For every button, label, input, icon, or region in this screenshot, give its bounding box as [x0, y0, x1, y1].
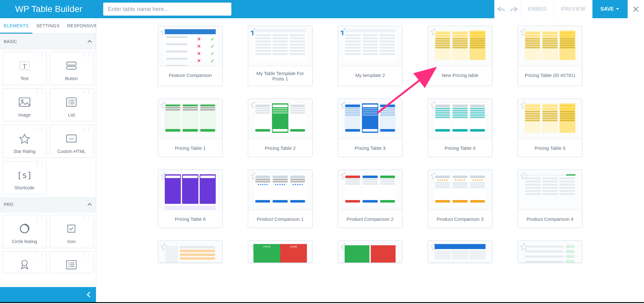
- template-card[interactable]: My template 2: [338, 26, 402, 86]
- template-thumbnail: [338, 99, 402, 139]
- drag-handle-icon: ⋮⋮: [82, 54, 91, 57]
- save-button[interactable]: SAVE: [592, 0, 628, 18]
- svg-point-7: [69, 100, 69, 101]
- template-label: Product Comparison 1: [248, 210, 312, 228]
- drag-handle-icon: ⋮⋮: [35, 163, 44, 166]
- template-card[interactable]: Pricing Table 1: [158, 99, 223, 157]
- shortcode-icon: [s]: [17, 168, 32, 182]
- template-thumbnail: ★★★★★★★★★★★★★★★: [428, 170, 492, 210]
- template-thumbnail: PROSCONS: [248, 241, 312, 263]
- drag-handle-icon: ⋮⋮: [82, 90, 91, 94]
- code-icon: </>: [64, 132, 79, 145]
- template-label: Product Comparison 2: [338, 210, 402, 228]
- svg-text:[s]: [s]: [17, 170, 32, 180]
- tab-elements[interactable]: ELEMENTS: [0, 18, 32, 34]
- template-label: Pricing Table 2: [248, 139, 312, 157]
- template-card[interactable]: Pricing Table 5: [518, 99, 582, 157]
- collapse-sidebar-button[interactable]: [0, 287, 96, 302]
- circle-rating-icon: [17, 222, 32, 235]
- template-card[interactable]: Pricing Table 4: [428, 99, 492, 157]
- element-text[interactable]: ⋮⋮ T Text: [3, 52, 47, 85]
- template-card[interactable]: [428, 241, 492, 263]
- template-card[interactable]: My Table Template For Posts 1: [248, 26, 313, 86]
- template-card[interactable]: PROSCONS: [248, 241, 313, 263]
- section-basic-header[interactable]: BASIC: [0, 34, 96, 49]
- svg-point-20: [69, 263, 69, 263]
- svg-rect-17: [68, 225, 75, 232]
- star-icon: [17, 132, 32, 145]
- template-label: Pricing Table 3: [338, 139, 402, 157]
- element-image[interactable]: ⋮⋮ Image: [3, 88, 47, 122]
- template-card[interactable]: Pricing Table 6: [158, 170, 223, 228]
- template-thumbnail: [518, 241, 582, 263]
- drag-handle-icon: ⋮⋮: [35, 54, 44, 57]
- template-label: Product Comparison 4: [518, 210, 582, 228]
- tab-settings[interactable]: SETTINGS: [32, 18, 63, 34]
- element-circle-rating[interactable]: ⋮⋮ Circle Rating: [3, 215, 47, 248]
- element-ribbon[interactable]: ⋮⋮: [3, 251, 47, 273]
- template-card[interactable]: New Pricing table: [428, 26, 492, 86]
- template-card[interactable]: Pricing Table (ID #2781): [518, 26, 582, 86]
- template-label: Pricing Table (ID #2781): [518, 66, 582, 84]
- svg-rect-2: [67, 62, 76, 65]
- element-label: Star Rating: [14, 149, 36, 154]
- element-label: List: [68, 112, 75, 117]
- svg-text:T: T: [22, 62, 26, 70]
- image-icon: [17, 95, 32, 109]
- template-card[interactable]: Pricing Table 3: [338, 99, 402, 157]
- embed-button[interactable]: EMBED: [521, 0, 554, 18]
- template-card[interactable]: [158, 241, 223, 263]
- element-label: Text: [20, 76, 29, 81]
- section-pro-label: PRO: [4, 202, 13, 207]
- close-button[interactable]: [628, 0, 644, 18]
- template-card[interactable]: ✕✓✕✓✕✓✕✓✕✓Feature Comparison: [158, 26, 223, 86]
- svg-point-11: [69, 103, 69, 104]
- chevron-up-icon: [87, 202, 92, 207]
- list-icon: [64, 95, 79, 109]
- checkbox-icon: [64, 222, 79, 235]
- save-label: SAVE: [601, 6, 614, 12]
- drag-handle-icon: ⋮⋮: [35, 90, 44, 94]
- element-list[interactable]: ⋮⋮ List: [50, 88, 94, 122]
- template-card[interactable]: [518, 241, 582, 263]
- template-thumbnail: [518, 26, 582, 66]
- element-icon[interactable]: ⋮⋮ Icon: [50, 215, 94, 248]
- template-label: My Table Template For Posts 1: [248, 66, 312, 86]
- template-thumbnail: [248, 26, 312, 66]
- drag-handle-icon: ⋮⋮: [82, 127, 91, 130]
- template-card[interactable]: Product Comparison 2: [338, 170, 402, 228]
- template-label: Pricing Table 5: [518, 139, 582, 157]
- svg-point-24: [69, 266, 69, 267]
- ribbon-icon: [17, 258, 32, 271]
- table-name-input[interactable]: [103, 3, 231, 16]
- drag-handle-icon: ⋮⋮: [35, 127, 44, 130]
- template-thumbnail: [248, 99, 312, 139]
- element-button[interactable]: ⋮⋮ Button: [50, 52, 94, 85]
- template-label: Feature Comparison: [158, 66, 222, 84]
- undo-button[interactable]: [494, 0, 508, 18]
- section-pro-header[interactable]: PRO: [0, 197, 96, 212]
- template-thumbnail: [518, 99, 582, 139]
- element-styled-list[interactable]: ⋮⋮: [50, 251, 94, 273]
- template-card[interactable]: [338, 241, 402, 263]
- element-label: Button: [65, 76, 78, 81]
- template-thumbnail: [518, 170, 582, 210]
- tab-responsive[interactable]: RESPONSIVE: [63, 18, 101, 34]
- template-thumbnail: [428, 99, 492, 139]
- drag-handle-icon: ⋮⋮: [82, 217, 91, 220]
- template-thumbnail: [428, 26, 492, 66]
- template-card[interactable]: ★★★★★★★★★★★★★★★Product Comparison 3: [428, 170, 492, 228]
- redo-button[interactable]: [508, 0, 521, 18]
- element-star-rating[interactable]: ⋮⋮ Star Rating: [3, 125, 47, 158]
- template-label: Pricing Table 6: [158, 210, 222, 228]
- element-shortcode[interactable]: ⋮⋮ [s] Shortcode: [3, 161, 47, 194]
- element-label: Icon: [67, 239, 75, 244]
- element-custom-html[interactable]: ⋮⋮ </> Custom HTML: [50, 125, 94, 158]
- element-label: Custom HTML: [57, 149, 86, 154]
- svg-point-5: [21, 100, 23, 101]
- template-card[interactable]: Product Comparison 4: [518, 170, 582, 228]
- template-card[interactable]: Pricing Table 2: [248, 99, 313, 157]
- template-label: Pricing Table 1: [158, 139, 222, 157]
- preview-button[interactable]: PREVIEW: [554, 0, 592, 18]
- template-card[interactable]: ★★★★★★★★★★★★★★★Product Comparison 1: [248, 170, 313, 228]
